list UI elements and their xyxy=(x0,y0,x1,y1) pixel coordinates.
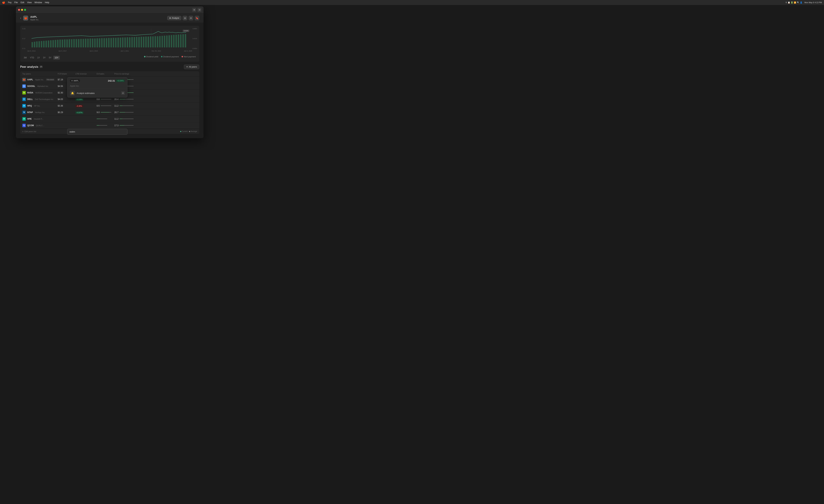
name-nvda: NVIDIA Corporation xyxy=(35,92,53,94)
svg-rect-28 xyxy=(96,38,98,47)
view-toggle-icon[interactable]: ⊞ xyxy=(183,16,187,20)
svg-rect-18 xyxy=(73,39,75,47)
stock-ticker: AAPL xyxy=(30,15,39,18)
name-hpe: Hewlett P... xyxy=(34,118,43,120)
name-hpq: HP Inc. xyxy=(34,105,40,107)
minimize-button[interactable] xyxy=(21,9,23,11)
analyze-button[interactable]: ⊕ Analyze xyxy=(167,16,181,20)
svg-rect-65 xyxy=(183,34,184,47)
svg-rect-10 xyxy=(55,40,56,47)
popup-analyst-estimates-item[interactable]: 🔔 Analyst estimates A xyxy=(68,89,127,97)
svg-rect-17 xyxy=(71,39,72,47)
svg-rect-62 xyxy=(175,35,177,47)
svg-rect-52 xyxy=(152,36,153,47)
pe-dell: 20.4 xyxy=(114,98,141,101)
maximize-button[interactable] xyxy=(24,9,26,11)
svg-rect-38 xyxy=(120,38,121,47)
company-logo-dell: D xyxy=(22,98,26,101)
chart-y-labels: 0.23 0.17 0.11 xyxy=(22,28,27,49)
ticker-hpq: HPQ xyxy=(27,105,32,107)
name-googl: Alphabet Inc. xyxy=(37,85,49,87)
apple-logo-icon[interactable]: 🍎 xyxy=(2,1,5,4)
search-input[interactable] xyxy=(67,129,127,135)
peer-badge: P xyxy=(40,66,43,68)
chart-svg xyxy=(28,28,189,49)
menu-view[interactable]: View xyxy=(27,1,32,4)
svg-rect-37 xyxy=(117,38,119,47)
title-bar: ⊞ ⊟ xyxy=(16,6,204,13)
ticker-hpe: HPE xyxy=(27,118,32,120)
all-peers-button[interactable]: ✦ All peers xyxy=(184,65,199,69)
legend-dot-payment xyxy=(161,56,163,57)
period-ytd[interactable]: YTD xyxy=(28,56,35,60)
period-3y[interactable]: 3Y xyxy=(41,56,47,60)
period-10y[interactable]: 10Y xyxy=(53,56,60,60)
svg-rect-36 xyxy=(115,38,116,47)
layout-icon-2[interactable]: ⊟ xyxy=(198,8,201,12)
popup-ticker-dot xyxy=(71,80,73,81)
name-ntap: NetApp Inc. xyxy=(35,111,45,113)
period-5y[interactable]: 5Y xyxy=(47,56,53,60)
col-ltm: LTM revenue xyxy=(75,73,97,75)
col-top-peers: Top peers xyxy=(22,73,58,75)
popup-price: 242.31 xyxy=(108,80,115,82)
search-input-container xyxy=(67,129,127,135)
settings-icon[interactable]: ⚙ xyxy=(189,16,193,20)
table-row[interactable]: N NTAP NetApp Inc. $0.29 +3.07% 9.0 20.7 xyxy=(20,109,199,116)
svg-rect-53 xyxy=(154,36,156,47)
svg-rect-12 xyxy=(60,40,61,47)
menu-fey[interactable]: Fey xyxy=(8,1,11,4)
chart-badge: 0.41% xyxy=(183,29,189,32)
edit-peers-label: Edit peers list xyxy=(24,130,36,132)
menu-file[interactable]: File xyxy=(14,1,18,4)
pe-hpe: 11.2 xyxy=(114,118,141,120)
svg-rect-30 xyxy=(101,38,103,47)
svg-rect-31 xyxy=(104,38,105,47)
svg-rect-47 xyxy=(141,37,142,47)
company-cell-qcom: Q QCOM QUALC... xyxy=(22,124,58,127)
this-stock-badge: This stock xyxy=(46,79,55,81)
ev-ntap: 9.0 xyxy=(97,111,114,114)
period-3m[interactable]: 3M xyxy=(22,56,28,60)
company-cell-aapl: 🍎 AAPL Apple Inc. This stock xyxy=(22,78,58,81)
all-peers-label: All peers xyxy=(189,66,197,68)
ev-hpe xyxy=(97,119,114,119)
menu-bar: 🍎 Fey File Edit View Window Help 🎙 📋 🔋 📶… xyxy=(0,0,219,5)
peer-analysis-section: Peer analysis P ✦ All peers Top peers FC… xyxy=(16,65,204,138)
menu-help[interactable]: Help xyxy=(45,1,49,4)
svg-rect-6 xyxy=(45,41,47,47)
bookmark-icon[interactable]: 🔖 xyxy=(195,16,199,20)
back-button[interactable]: ‹ xyxy=(20,16,21,20)
analyst-shortcut-badge: A xyxy=(121,91,125,95)
period-1y[interactable]: 1Y xyxy=(36,56,41,60)
table-row[interactable]: H HPQ HP Inc. $3.36 -0.30% 0.5 11.2 xyxy=(20,103,199,109)
svg-rect-41 xyxy=(127,37,128,47)
traffic-lights xyxy=(18,9,26,11)
company-cell-googl: G GOOGL Alphabet Inc. xyxy=(22,84,58,88)
svg-rect-55 xyxy=(159,36,161,47)
main-content: ‹ 🍎 AAPL Apple Inc. ⊕ Analyze ⊞ ⚙ 🔖 xyxy=(16,13,204,138)
svg-rect-57 xyxy=(164,36,165,47)
svg-rect-45 xyxy=(136,37,137,47)
ev-dell: 0.8 xyxy=(97,98,114,101)
analyze-label: Analyze xyxy=(172,17,179,19)
popup-company-name: Apple Inc. xyxy=(68,84,127,89)
table-row[interactable]: H HPE Hewlett P... 11.2 xyxy=(20,116,199,122)
popup-ticker-badge: AAPL xyxy=(70,79,80,82)
all-peers-icon: ✦ xyxy=(186,66,188,68)
legend-dot-next xyxy=(182,56,183,57)
menu-window[interactable]: Window xyxy=(34,1,42,4)
ticker-nvda: NVDA xyxy=(27,92,33,94)
popup-change: +0.04% xyxy=(116,79,125,82)
svg-rect-22 xyxy=(83,39,84,47)
legend-dividend-yield: Dividend yield xyxy=(144,56,158,58)
peer-title-row: Peer analysis P xyxy=(20,65,43,69)
fcf-dell: $4.03 xyxy=(58,98,75,101)
table-row[interactable]: Q QCOM QUALC... 17.3 xyxy=(20,122,199,129)
svg-rect-42 xyxy=(129,37,130,47)
app-body: ‹ 🍎 AAPL Apple Inc. ⊕ Analyze ⊞ ⚙ 🔖 xyxy=(16,13,204,138)
ltm-dell: +3.08% xyxy=(75,98,97,101)
layout-icon-1[interactable]: ⊞ xyxy=(192,8,196,12)
menu-edit[interactable]: Edit xyxy=(20,1,24,4)
close-button[interactable] xyxy=(18,9,20,11)
